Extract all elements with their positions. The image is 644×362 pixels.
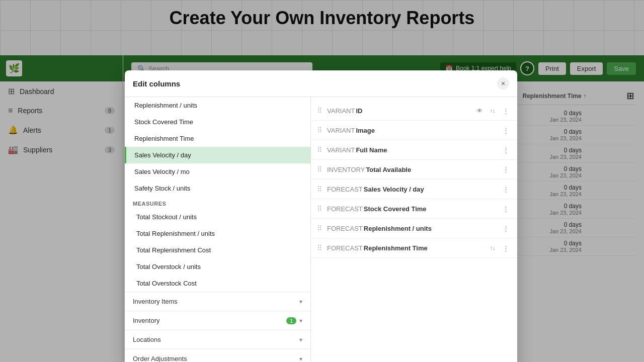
chevron-down-icon: ▾ bbox=[299, 355, 302, 362]
accordion-badge-inventory: 1 bbox=[286, 317, 296, 324]
column-menu-icon[interactable]: ⋮ bbox=[500, 144, 511, 155]
accordion-label-locations: Locations bbox=[133, 336, 161, 343]
right-rows-container: ⠿ VARIANTID 👁↑↓⋮ ⠿ VARIANTImage ⋮ ⠿ VARI… bbox=[311, 101, 517, 258]
edit-columns-modal: Edit columns × Replenishment / unitsStoc… bbox=[125, 70, 517, 362]
row-actions-forecast_stock_covered: ⋮ bbox=[500, 203, 511, 214]
row-label-variant_image: VARIANTImage bbox=[327, 127, 497, 134]
drag-handle[interactable]: ⠿ bbox=[317, 224, 322, 232]
row-actions-variant_full_name: ⋮ bbox=[500, 144, 511, 155]
drag-handle[interactable]: ⠿ bbox=[317, 107, 322, 115]
sort-column-icon[interactable]: ↑↓ bbox=[487, 105, 498, 116]
row-label-forecast_replenishment_time: FORECASTReplenishment Time bbox=[327, 244, 484, 252]
right-row-forecast_replenishment_time: ⠿ FORECASTReplenishment Time ↑↓⋮ bbox=[311, 238, 517, 258]
accordion-header-inventory_items[interactable]: Inventory Items ▾ bbox=[125, 292, 310, 311]
left-accordion: Inventory Items ▾ Inventory 1▾ Locations… bbox=[125, 292, 310, 362]
row-label-forecast_stock_covered: FORECASTStock Covered Time bbox=[327, 205, 497, 213]
accordion-header-locations[interactable]: Locations ▾ bbox=[125, 330, 310, 349]
row-actions-variant_id: 👁↑↓⋮ bbox=[474, 105, 511, 116]
column-menu-icon[interactable]: ⋮ bbox=[500, 184, 511, 195]
row-actions-forecast_replenishment_units: ⋮ bbox=[500, 223, 511, 234]
column-item-sales_velocity_mo[interactable]: Sales Velocity / mo bbox=[125, 163, 310, 180]
column-menu-icon[interactable]: ⋮ bbox=[500, 223, 511, 234]
row-actions-forecast_replenishment_time: ↑↓⋮ bbox=[487, 242, 511, 253]
left-selected-columns: Replenishment / unitsStock Covered TimeR… bbox=[125, 97, 310, 163]
right-panel: ⠿ VARIANTID 👁↑↓⋮ ⠿ VARIANTImage ⋮ ⠿ VARI… bbox=[311, 97, 517, 362]
right-row-forecast_stock_covered: ⠿ FORECASTStock Covered Time ⋮ bbox=[311, 199, 517, 219]
column-menu-icon[interactable]: ⋮ bbox=[500, 203, 511, 214]
drag-handle[interactable]: ⠿ bbox=[317, 244, 322, 252]
right-row-forecast_replenishment_units: ⠿ FORECASTReplenishment / units ⋮ bbox=[311, 219, 517, 238]
modal-header: Edit columns × bbox=[125, 70, 517, 97]
row-label-inventory_total_available: INVENTORYTotal Available bbox=[327, 166, 497, 173]
column-item-sales_velocity_day[interactable]: Sales Velocity / day bbox=[125, 147, 310, 163]
measure-item-total_overstock_cost[interactable]: Total Overstock Cost bbox=[125, 275, 310, 292]
row-label-forecast_sales_velocity: FORECASTSales Velocity / day bbox=[327, 186, 497, 193]
column-menu-icon[interactable]: ⋮ bbox=[500, 164, 511, 175]
column-item-stock_covered_time[interactable]: Stock Covered Time bbox=[125, 114, 310, 130]
right-row-forecast_sales_velocity: ⠿ FORECASTSales Velocity / day ⋮ bbox=[311, 179, 517, 199]
drag-handle[interactable]: ⠿ bbox=[317, 146, 322, 154]
row-label-forecast_replenishment_units: FORECASTReplenishment / units bbox=[327, 225, 497, 232]
modal-title: Edit columns bbox=[133, 79, 180, 88]
right-row-variant_full_name: ⠿ VARIANTFull Name ⋮ bbox=[311, 140, 517, 160]
measure-item-total_replenishment_cost[interactable]: Total Replenishment Cost bbox=[125, 242, 310, 258]
accordion-label-inventory_items: Inventory Items bbox=[133, 298, 178, 305]
row-actions-variant_image: ⋮ bbox=[500, 125, 511, 136]
left-measures: Total Stockout / unitsTotal Replenishmen… bbox=[125, 209, 310, 292]
sort-column-icon[interactable]: ↑↓ bbox=[487, 242, 498, 253]
row-actions-inventory_total_available: ⋮ bbox=[500, 164, 511, 175]
accordion-label-order_adjustments: Order Adjustments bbox=[133, 355, 187, 362]
column-menu-icon[interactable]: ⋮ bbox=[500, 105, 511, 116]
accordion-item-inventory: Inventory 1▾ bbox=[125, 311, 310, 330]
row-actions-forecast_sales_velocity: ⋮ bbox=[500, 184, 511, 195]
hide-column-icon[interactable]: 👁 bbox=[474, 105, 485, 116]
measure-item-total_overstock_units[interactable]: Total Overstock / units bbox=[125, 258, 310, 275]
drag-handle[interactable]: ⠿ bbox=[317, 205, 322, 213]
modal-close-button[interactable]: × bbox=[497, 77, 509, 89]
right-row-variant_image: ⠿ VARIANTImage ⋮ bbox=[311, 121, 517, 140]
right-row-inventory_total_available: ⠿ INVENTORYTotal Available ⋮ bbox=[311, 160, 517, 179]
accordion-header-inventory[interactable]: Inventory 1▾ bbox=[125, 311, 310, 330]
accordion-label-inventory: Inventory bbox=[133, 317, 159, 324]
chevron-down-icon: ▾ bbox=[299, 317, 302, 324]
column-menu-icon[interactable]: ⋮ bbox=[500, 125, 511, 136]
column-item-safety_stock_units[interactable]: Safety Stock / units bbox=[125, 180, 310, 197]
column-menu-icon[interactable]: ⋮ bbox=[500, 242, 511, 253]
accordion-item-order_adjustments: Order Adjustments ▾ bbox=[125, 349, 310, 362]
left-extra-columns: Sales Velocity / moSafety Stock / units bbox=[125, 163, 310, 197]
column-item-replenishment_time[interactable]: Replenishment Time bbox=[125, 130, 310, 147]
modal-body: Replenishment / unitsStock Covered TimeR… bbox=[125, 97, 517, 362]
measures-section-header: MEASURES bbox=[125, 197, 310, 209]
column-item-replenishment_units[interactable]: Replenishment / units bbox=[125, 97, 310, 114]
measure-item-total_stockout_units[interactable]: Total Stockout / units bbox=[125, 209, 310, 225]
accordion-item-inventory_items: Inventory Items ▾ bbox=[125, 292, 310, 311]
chevron-down-icon: ▾ bbox=[299, 298, 302, 305]
row-label-variant_full_name: VARIANTFull Name bbox=[327, 146, 497, 154]
drag-handle[interactable]: ⠿ bbox=[317, 185, 322, 193]
chevron-down-icon: ▾ bbox=[299, 336, 302, 343]
right-row-variant_id: ⠿ VARIANTID 👁↑↓⋮ bbox=[311, 101, 517, 121]
row-label-variant_id: VARIANTID bbox=[327, 107, 471, 115]
drag-handle[interactable]: ⠿ bbox=[317, 165, 322, 173]
accordion-header-order_adjustments[interactable]: Order Adjustments ▾ bbox=[125, 349, 310, 362]
measure-item-total_replenishment_units[interactable]: Total Replenishment / units bbox=[125, 225, 310, 242]
accordion-item-locations: Locations ▾ bbox=[125, 330, 310, 349]
left-panel: Replenishment / unitsStock Covered TimeR… bbox=[125, 97, 311, 362]
drag-handle[interactable]: ⠿ bbox=[317, 126, 322, 134]
